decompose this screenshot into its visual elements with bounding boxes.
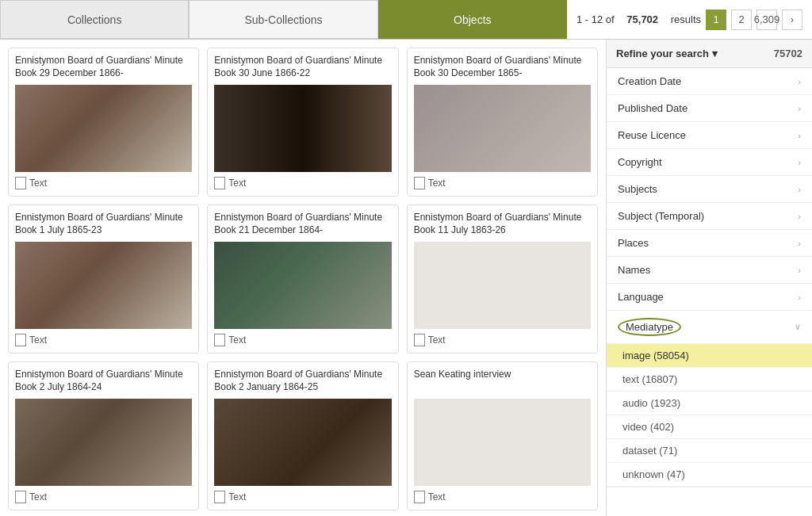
page-2-button[interactable]: 2	[731, 10, 752, 30]
filter-item-subjects[interactable]: Subjects›	[607, 176, 812, 203]
item-card[interactable]: Ennistymon Board of Guardians' Minute Bo…	[207, 48, 398, 197]
sidebar-header: Refine your search ▾ 75702	[607, 40, 812, 68]
filter-label: Subjects	[618, 183, 657, 195]
tab-sub-collections[interactable]: Sub-Collections	[189, 0, 377, 39]
item-type: Text	[414, 491, 591, 503]
item-title: Ennistymon Board of Guardians' Minute Bo…	[414, 55, 591, 80]
filter-item-language[interactable]: Language›	[607, 284, 812, 311]
item-thumbnail	[414, 242, 591, 329]
item-card[interactable]: Ennistymon Board of Guardians' Minute Bo…	[407, 48, 598, 197]
item-type-label: Text	[428, 178, 446, 189]
item-type: Text	[214, 491, 391, 503]
filter-chevron-icon: ›	[798, 131, 801, 140]
tabs-bar: Collections Sub-Collections Objects 1 - …	[0, 0, 812, 40]
item-type: Text	[15, 334, 192, 346]
item-type: Text	[214, 334, 391, 346]
filter-label: Names	[618, 264, 650, 276]
item-card[interactable]: Ennistymon Board of Guardians' Minute Bo…	[207, 361, 398, 510]
filter-label: Copyright	[618, 156, 662, 168]
filter-chevron-icon: ›	[798, 292, 801, 302]
filter-item-places[interactable]: Places›	[607, 230, 812, 257]
document-icon	[15, 334, 26, 346]
mediatype-option-text[interactable]: text (16807)	[607, 368, 812, 392]
filter-label: Places	[618, 237, 649, 249]
results-total: 75,702	[626, 13, 658, 25]
item-title: Ennistymon Board of Guardians' Minute Bo…	[214, 212, 391, 237]
item-title: Ennistymon Board of Guardians' Minute Bo…	[214, 55, 391, 80]
filter-item-names[interactable]: Names›	[607, 257, 812, 284]
filter-label: Language	[618, 291, 664, 303]
document-icon	[414, 177, 425, 189]
item-thumbnail	[214, 242, 391, 329]
item-type-label: Text	[428, 491, 446, 503]
page-next-button[interactable]: ›	[782, 10, 802, 30]
refine-count: 75702	[774, 48, 802, 59]
pagination-area: 1 - 12 of 75,702 results 1 2 6,309 ›	[567, 0, 812, 39]
document-icon	[15, 491, 26, 503]
sidebar: Refine your search ▾ 75702 Creation Date…	[606, 40, 812, 516]
item-type-label: Text	[228, 334, 246, 346]
item-type-label: Text	[29, 491, 47, 503]
mediatype-options: image (58054)text (16807)audio (1923)vid…	[607, 344, 812, 487]
item-thumbnail	[15, 85, 192, 172]
item-thumbnail	[414, 399, 591, 486]
item-title: Ennistymon Board of Guardians' Minute Bo…	[15, 55, 192, 80]
filter-item-copyright[interactable]: Copyright›	[607, 149, 812, 176]
item-type-label: Text	[29, 178, 47, 189]
document-icon	[414, 334, 425, 346]
document-icon	[414, 491, 425, 503]
page-1-button[interactable]: 1	[706, 10, 726, 30]
item-type-label: Text	[29, 334, 47, 346]
item-card[interactable]: Ennistymon Board of Guardians' Minute Bo…	[8, 48, 199, 197]
mediatype-option-audio[interactable]: audio (1923)	[607, 392, 812, 415]
filter-chevron-icon: ›	[798, 104, 801, 113]
filter-label: Creation Date	[618, 75, 681, 87]
item-title: Ennistymon Board of Guardians' Minute Bo…	[15, 369, 192, 394]
mediatype-label: Mediatype	[618, 318, 681, 336]
item-type: Text	[214, 177, 391, 189]
item-type: Text	[414, 177, 591, 189]
filter-chevron-icon: ›	[798, 77, 801, 86]
page-last-button[interactable]: 6,309	[756, 10, 777, 30]
item-card[interactable]: Ennistymon Board of Guardians' Minute Bo…	[407, 204, 598, 354]
filter-chevron-icon: ›	[798, 158, 801, 167]
tab-collections[interactable]: Collections	[0, 0, 189, 39]
mediatype-option-dataset[interactable]: dataset (71)	[607, 439, 812, 463]
refine-title[interactable]: Refine your search ▾	[616, 48, 718, 59]
item-type-label: Text	[428, 334, 446, 346]
main-layout: Ennistymon Board of Guardians' Minute Bo…	[0, 40, 812, 516]
mediatype-option-image[interactable]: image (58054)	[607, 344, 812, 368]
item-title: Sean Keating interview	[414, 369, 591, 394]
filter-list: Creation Date›Published Date›Reuse Licen…	[607, 68, 812, 311]
filter-item-subject-temporal[interactable]: Subject (Temporal)›	[607, 203, 812, 230]
item-title: Ennistymon Board of Guardians' Minute Bo…	[414, 212, 591, 237]
mediatype-option-video[interactable]: video (402)	[607, 415, 812, 439]
item-type: Text	[15, 177, 192, 189]
filter-item-reuse-licence[interactable]: Reuse Licence›	[607, 122, 812, 149]
item-thumbnail	[15, 242, 192, 329]
filter-chevron-icon: ›	[798, 212, 801, 221]
results-prefix: 1 - 12 of	[576, 13, 615, 25]
mediatype-filter[interactable]: Mediatype ∨	[607, 311, 812, 344]
item-card[interactable]: Ennistymon Board of Guardians' Minute Bo…	[207, 204, 398, 354]
filter-item-creation-date[interactable]: Creation Date›	[607, 68, 812, 95]
item-card[interactable]: Sean Keating interviewText	[407, 361, 598, 510]
item-card[interactable]: Ennistymon Board of Guardians' Minute Bo…	[8, 361, 199, 510]
item-thumbnail	[214, 85, 391, 172]
item-type: Text	[414, 334, 591, 346]
mediatype-option-unknown[interactable]: unknown (47)	[607, 463, 812, 487]
item-type-label: Text	[228, 491, 246, 503]
tab-objects[interactable]: Objects	[378, 0, 567, 39]
item-card[interactable]: Ennistymon Board of Guardians' Minute Bo…	[8, 204, 199, 354]
item-title: Ennistymon Board of Guardians' Minute Bo…	[214, 369, 391, 394]
item-title: Ennistymon Board of Guardians' Minute Bo…	[15, 212, 192, 237]
content-area: Ennistymon Board of Guardians' Minute Bo…	[0, 40, 606, 516]
item-type: Text	[15, 491, 192, 503]
items-grid: Ennistymon Board of Guardians' Minute Bo…	[8, 48, 598, 510]
filter-label: Subject (Temporal)	[618, 210, 704, 222]
item-thumbnail	[15, 399, 192, 486]
filter-item-published-date[interactable]: Published Date›	[607, 95, 812, 122]
item-thumbnail	[414, 85, 591, 172]
item-type-label: Text	[228, 178, 246, 189]
item-thumbnail	[214, 399, 391, 486]
